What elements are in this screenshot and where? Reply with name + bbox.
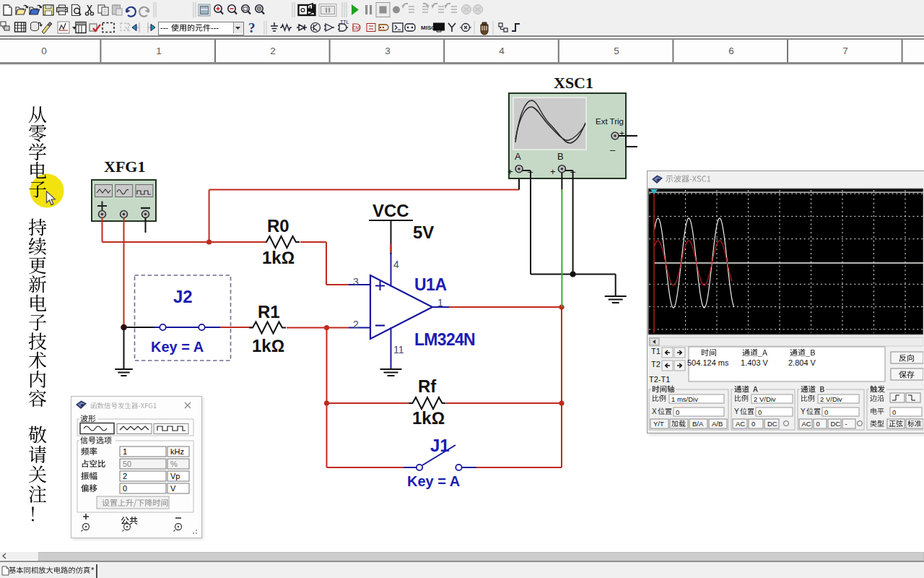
svg-text:Y/T: Y/T	[653, 420, 664, 428]
svg-text:2 V/Div: 2 V/Div	[820, 395, 842, 403]
svg-text:AC: AC	[802, 420, 811, 428]
svg-text:2 V/Div: 2 V/Div	[754, 395, 776, 403]
svg-text:A/B: A/B	[712, 420, 723, 428]
svg-text:1: 1	[123, 447, 127, 456]
svg-text:Y: Y	[801, 407, 806, 415]
svg-text:DC: DC	[831, 420, 841, 428]
svg-text:T1: T1	[651, 347, 661, 355]
svg-text:kHz: kHz	[170, 447, 184, 456]
svg-text:2.804 V: 2.804 V	[788, 358, 816, 367]
svg-text:1.403 V: 1.403 V	[741, 358, 769, 367]
svg-text:V: V	[170, 484, 176, 493]
svg-text:T2: T2	[651, 360, 661, 368]
svg-text:0: 0	[816, 420, 820, 428]
svg-text:*: *	[91, 566, 95, 574]
svg-text:AC: AC	[736, 420, 745, 428]
svg-text:T2-T1: T2-T1	[649, 375, 670, 384]
svg-text:-: -	[845, 420, 847, 428]
svg-text:0: 0	[892, 408, 896, 416]
svg-text:0: 0	[758, 408, 762, 416]
svg-text:DC: DC	[767, 420, 777, 428]
svg-text:B/A: B/A	[692, 420, 704, 428]
svg-text:1 ms/Div: 1 ms/Div	[671, 395, 698, 403]
svg-text:Y: Y	[734, 407, 739, 415]
svg-text:X: X	[652, 407, 657, 415]
svg-text:0: 0	[123, 484, 127, 493]
svg-text:504.124 ms: 504.124 ms	[687, 358, 729, 367]
svg-text:Vp: Vp	[170, 472, 180, 480]
svg-text:%: %	[170, 460, 178, 468]
svg-text:0: 0	[751, 420, 755, 428]
svg-text:0: 0	[676, 408, 679, 416]
svg-text:0: 0	[824, 408, 828, 416]
svg-text:50: 50	[123, 460, 131, 468]
svg-text:2: 2	[123, 472, 127, 480]
